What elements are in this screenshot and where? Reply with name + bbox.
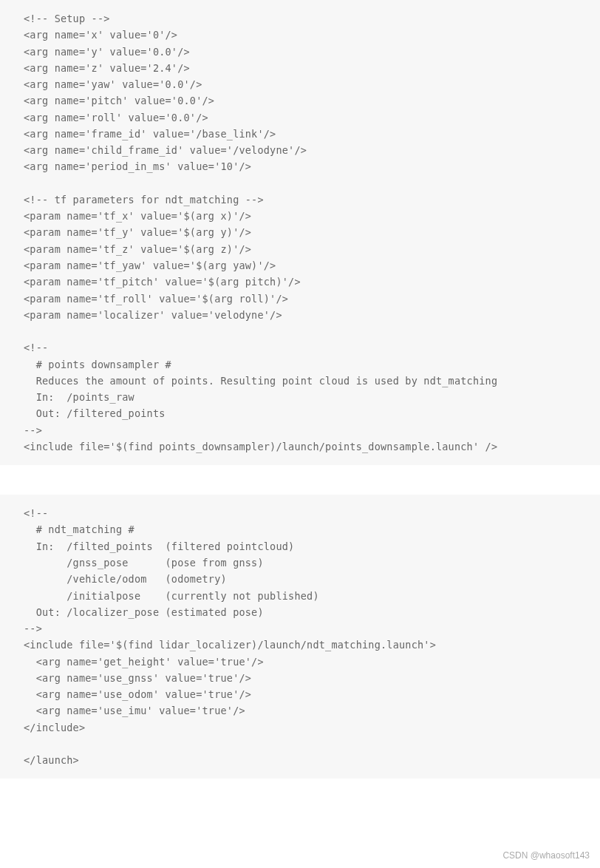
code-block-setup: <!-- Setup --> <arg name='x' value='0'/>…	[0, 0, 600, 465]
code-block-ndt-matching: <!-- # ndt_matching # In: /filted_points…	[0, 495, 600, 779]
